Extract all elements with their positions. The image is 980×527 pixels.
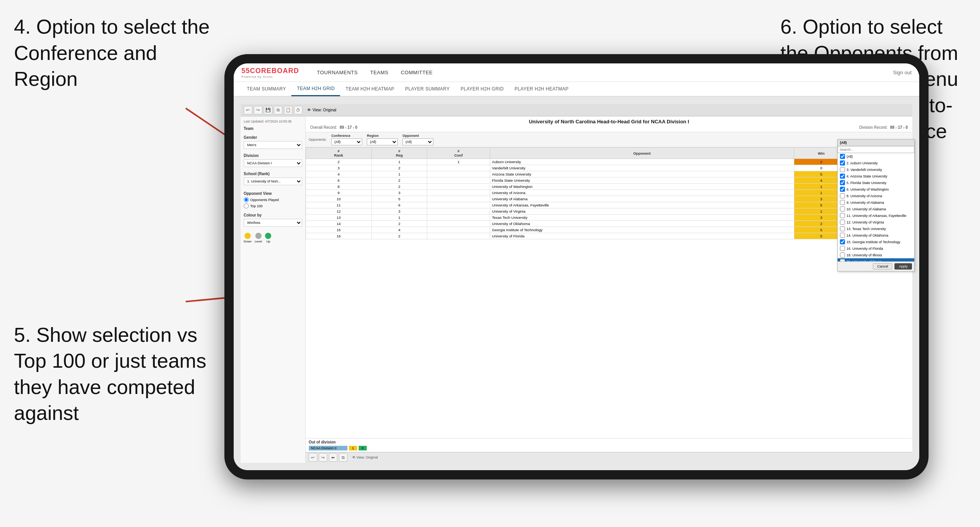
nav-teams[interactable]: TEAMS (364, 63, 395, 82)
dropdown-item-checkbox[interactable] (840, 174, 845, 179)
dropdown-item[interactable]: 6. University of Washington (838, 186, 912, 193)
bottom-undo[interactable]: ↩ (309, 453, 317, 462)
dropdown-item-label: 6. University of Washington (847, 188, 889, 191)
dropdown-item-checkbox[interactable] (840, 252, 845, 258)
bottom-copy[interactable]: ⧉ (339, 453, 347, 462)
table-row: 14 2 University of Oklahoma 2 2 (306, 221, 912, 227)
dropdown-item-checkbox[interactable] (840, 259, 845, 261)
dropdown-item[interactable]: 13. Texas Tech University (838, 225, 912, 232)
undo-btn[interactable]: ↩ (244, 106, 252, 114)
copy-btn[interactable]: ⧉ (274, 106, 282, 114)
region-filter-select[interactable]: (All) (367, 138, 398, 145)
dropdown-item[interactable]: 10. University of Alabama (838, 206, 912, 212)
table-row: 15 4 Georgia Institute of Technology 5 1 (306, 227, 912, 233)
opponents-played-option[interactable]: Opponents Played (244, 197, 302, 202)
gender-select[interactable]: Men's Women's (244, 141, 302, 149)
dropdown-item-checkbox[interactable] (840, 213, 845, 218)
dropdown-item[interactable]: (All) (838, 153, 912, 160)
save-btn[interactable]: 💾 (264, 106, 272, 114)
cell-reg: 2 (371, 184, 427, 190)
cell-opponent: University of Florida (490, 233, 794, 239)
dropdown-header: (All) (838, 140, 912, 146)
data-table-wrap: #Rank #Reg #Conf Opponent Win Loss (306, 147, 913, 438)
dropdown-item-checkbox[interactable] (840, 180, 845, 185)
nav-committee[interactable]: COMMITTEE (395, 63, 439, 82)
dropdown-item-checkbox[interactable] (840, 246, 845, 251)
clock-btn[interactable]: ⏱ (294, 106, 303, 114)
dropdown-item[interactable]: 4. Arizona State University (838, 173, 912, 179)
cell-reg: 4 (371, 227, 427, 233)
tab-team-summary[interactable]: TEAM SUMMARY (241, 82, 291, 96)
dropdown-item[interactable]: 8. University of Arizona (838, 193, 912, 199)
conference-filter-select[interactable]: (All) (331, 138, 362, 145)
opponent-view-options: Opponents Played Top 100 (244, 197, 302, 208)
top-100-radio[interactable] (244, 203, 249, 208)
redo-btn[interactable]: ↪ (254, 106, 262, 114)
dropdown-item-checkbox[interactable] (840, 187, 845, 192)
cancel-button[interactable]: Cancel (873, 263, 892, 269)
nav-tournaments[interactable]: TOURNAMENTS (311, 63, 364, 82)
cell-reg: 5 (371, 196, 427, 202)
cell-rank: 6 (306, 177, 371, 184)
tab-player-h2h-grid[interactable]: PLAYER H2H GRID (455, 82, 509, 96)
dropdown-item-checkbox[interactable] (840, 160, 845, 165)
tab-team-h2h-grid[interactable]: TEAM H2H GRID (291, 82, 340, 96)
cell-opponent: University of Virginia (490, 208, 794, 215)
school-select[interactable]: 1. University of Nort... (244, 177, 302, 185)
dropdown-item-label: 11. University of Arkansas, Fayetteville (847, 214, 906, 218)
cell-reg: 3 (371, 208, 427, 215)
opponent-view-label: Opponent View (244, 191, 302, 196)
dropdown-item[interactable]: 12. University of Virginia (838, 219, 912, 225)
dropdown-item[interactable]: 11. University of Arkansas, Fayetteville (838, 212, 912, 219)
cell-rank: 12 (306, 208, 371, 215)
dropdown-item[interactable]: 15. Georgia Institute of Technology (838, 239, 912, 245)
dropdown-search-input[interactable] (838, 146, 912, 153)
division-select[interactable]: NCAA Division I NCAA Division II NCAA Di… (244, 159, 302, 167)
dropdown-item-checkbox[interactable] (840, 226, 845, 231)
dropdown-item-checkbox[interactable] (840, 200, 845, 205)
colour-by-select[interactable]: Win/loss (244, 219, 302, 227)
cell-opponent: University of Washington (490, 184, 794, 190)
dropdown-item-checkbox[interactable] (840, 206, 845, 211)
dropdown-item[interactable]: 9. University of Alabama (838, 199, 912, 206)
dropdown-item-checkbox[interactable] (840, 193, 845, 198)
dropdown-item[interactable]: 20. University of Texas (838, 258, 912, 261)
dropdown-item-checkbox[interactable] (840, 233, 845, 238)
dropdown-item[interactable]: 14. University of Oklahoma (838, 232, 912, 239)
logo-sub: Powered by Scout (241, 75, 299, 78)
tab-team-h2h-heatmap[interactable]: TEAM H2H HEATMAP (340, 82, 400, 96)
dropdown-item-checkbox[interactable] (840, 239, 845, 244)
tab-player-h2h-heatmap[interactable]: PLAYER H2H HEATMAP (509, 82, 574, 96)
bottom-redo[interactable]: ↪ (319, 453, 327, 462)
cell-rank: 16 (306, 233, 371, 239)
cell-opponent: Georgia Institute of Technology (490, 227, 794, 233)
dropdown-item[interactable]: 2. Auburn University (838, 160, 912, 166)
dropdown-item-checkbox[interactable] (840, 167, 845, 172)
cell-conf (427, 184, 490, 190)
legend-level-dot (255, 233, 262, 239)
apply-button[interactable]: Apply (894, 263, 912, 269)
cell-opponent: University of Alabama (490, 196, 794, 202)
opponent-dropdown[interactable]: (All) (All) 2. Auburn University 3. Vand… (837, 139, 912, 271)
dropdown-item[interactable]: 3. Vanderbilt University (838, 166, 912, 173)
opponent-filter-select[interactable]: (All) (402, 138, 433, 145)
paste-btn[interactable]: 📋 (284, 106, 292, 114)
table-row: 3 2 Vanderbilt University 0 4 (306, 165, 912, 171)
th-opponent: Opponent (490, 148, 794, 159)
dropdown-item[interactable]: 18. University of Illinois (838, 252, 912, 258)
nav-sign-out[interactable]: Sign out (893, 70, 912, 75)
cell-opponent: Auburn University (490, 159, 794, 165)
bottom-back[interactable]: ⬅ (329, 453, 337, 462)
dropdown-item[interactable]: 16. University of Florida (838, 245, 912, 252)
cell-conf (427, 208, 490, 215)
dropdown-item-checkbox[interactable] (840, 220, 845, 225)
cell-opponent: University of Arizona (490, 190, 794, 196)
tab-player-summary[interactable]: PLAYER SUMMARY (400, 82, 455, 96)
opponents-played-radio[interactable] (244, 197, 249, 202)
table-row: 8 2 University of Washington 1 0 (306, 184, 912, 190)
table-row: 11 6 University of Arkansas, Fayettevill… (306, 202, 912, 208)
dropdown-item-checkbox[interactable] (840, 154, 845, 159)
top-100-option[interactable]: Top 100 (244, 203, 302, 208)
legend-down-label: Down (244, 240, 251, 243)
dropdown-item[interactable]: 5. Florida State University (838, 179, 912, 186)
